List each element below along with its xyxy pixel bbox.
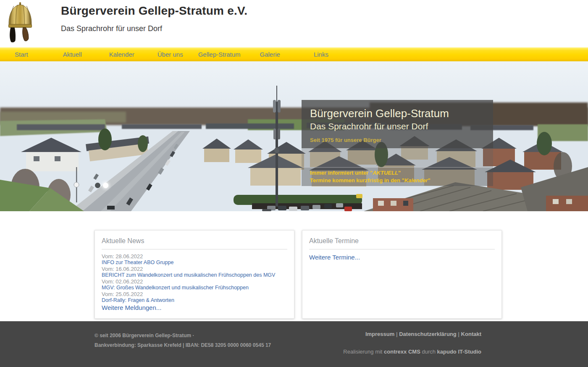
footer-links: Impressum | Datenschutzerklärung | Konta… <box>343 331 481 337</box>
nav-link-links[interactable]: Links <box>314 51 328 58</box>
hero-overlay-panel: Bürgerverein Gellep-Stratum Das Sprachro… <box>302 100 493 186</box>
nav-item-galerie[interactable]: Galerie <box>260 51 280 58</box>
nav-link-galerie[interactable]: Galerie <box>260 51 280 58</box>
gellep-helmet-icon <box>4 2 36 45</box>
hero-overlay-top: Bürgerverein Gellep-Stratum Das Sprachro… <box>302 100 493 148</box>
footer-link-datenschutz[interactable]: Datenschutzerklärung <box>399 331 457 337</box>
footer-credit-studio-link[interactable]: kapudo IT-Studio <box>437 349 481 355</box>
footer-line-1: © seit 2006 Bürgerverein Gellep-Stratum … <box>94 331 271 341</box>
nav-item-ueber-uns[interactable]: Über uns <box>158 51 183 58</box>
termine-card-title: Aktuelle Termine <box>309 237 495 245</box>
carousel-dot[interactable] <box>95 183 100 188</box>
footer-credit-cms-link[interactable]: contrexx CMS <box>384 349 420 355</box>
hero-title: Bürgerverein Gellep-Stratum <box>310 107 485 120</box>
carousel-dots <box>95 183 108 188</box>
page-title: Bürgerverein Gellep-Stratum e.V. <box>61 4 247 18</box>
footer-copyright: © seit 2006 Bürgerverein Gellep-Stratum … <box>94 331 271 355</box>
hero-overlay-bottom: Immer informiert unter "AKTUELL" Termine… <box>302 167 493 186</box>
nav-link-kalender[interactable]: Kalender <box>109 51 134 58</box>
page-subtitle: Das Sprachrohr für unser Dorf <box>61 24 162 33</box>
termine-card-divider <box>309 249 495 249</box>
news-item-link[interactable]: BERICHT zum Wandelkonzert und musikalisc… <box>102 272 287 278</box>
nav-item-start[interactable]: Start <box>15 51 28 58</box>
hero-overlay-spacer <box>302 148 493 167</box>
hero-village-photo <box>0 61 588 211</box>
hero-subtitle: Das Sprachrohr für unser Dorf <box>310 121 485 132</box>
news-list: Vom: 28.06.2022 INFO zur Theater ABO Gru… <box>102 253 287 304</box>
news-item-date: Vom: 25.05.2022 <box>102 291 287 297</box>
footer-credit: Realisierung mit contrexx CMS durch kapu… <box>343 349 481 355</box>
footer-link-kontakt[interactable]: Kontakt <box>461 331 481 337</box>
nav-item-links[interactable]: Links <box>314 51 328 58</box>
news-item-date: Vom: 16.06.2022 <box>102 266 287 272</box>
site-header: Bürgerverein Gellep-Stratum e.V. Das Spr… <box>0 0 588 47</box>
main-navigation: Start Aktuell Kalender Über uns Gellep-S… <box>0 47 588 61</box>
footer-link-impressum[interactable]: Impressum <box>365 331 394 337</box>
news-item-date: Vom: 02.06.2022 <box>102 278 287 285</box>
nav-link-aktuell[interactable]: Aktuell <box>63 51 82 58</box>
more-termine-link[interactable]: Weitere Termine... <box>309 254 360 261</box>
nav-item-gellep-stratum[interactable]: Gellep-Stratum <box>198 51 241 58</box>
news-item-link[interactable]: MGV: Großes Wandelkonzert und musikalisc… <box>102 285 287 291</box>
news-item-link[interactable]: INFO zur Theater ABO Gruppe <box>102 260 287 266</box>
hero-slider: Bürgerverein Gellep-Stratum Das Sprachro… <box>0 61 588 211</box>
termine-card: Aktuelle Termine Weitere Termine... <box>302 230 502 319</box>
site-footer: © seit 2006 Bürgerverein Gellep-Stratum … <box>0 321 588 367</box>
main-content: Aktuelle News Vom: 28.06.2022 INFO zur T… <box>0 211 588 321</box>
hero-tagline: Seit 1975 für unsere Bürger <box>310 137 485 143</box>
news-card-divider <box>102 249 287 249</box>
nav-link-start[interactable]: Start <box>15 51 28 58</box>
nav-link-ueber-uns[interactable]: Über uns <box>158 51 183 58</box>
nav-link-gellep-stratum[interactable]: Gellep-Stratum <box>198 51 241 58</box>
footer-link-separator: | <box>394 331 399 337</box>
more-news-link[interactable]: Weitere Meldungen... <box>102 304 161 311</box>
nav-item-aktuell[interactable]: Aktuell <box>63 51 82 58</box>
hero-info-line-1: Immer informiert unter "AKTUELL" <box>310 169 485 177</box>
news-item-link[interactable]: Dorf-Rally: Fragen & Antworten <box>102 297 287 304</box>
news-card: Aktuelle News Vom: 28.06.2022 INFO zur T… <box>94 230 294 319</box>
news-item-date: Vom: 28.06.2022 <box>102 253 287 260</box>
footer-link-separator: | <box>457 331 461 337</box>
carousel-dot-active[interactable] <box>103 183 108 188</box>
footer-line-2: Bankverbindung: Sparkasse Krefeld | IBAN… <box>94 341 271 350</box>
nav-item-kalender[interactable]: Kalender <box>109 51 134 58</box>
news-card-title: Aktuelle News <box>102 237 287 245</box>
hero-info-line-2: Termine kommen kurzfristig in den "Kalen… <box>310 177 485 184</box>
